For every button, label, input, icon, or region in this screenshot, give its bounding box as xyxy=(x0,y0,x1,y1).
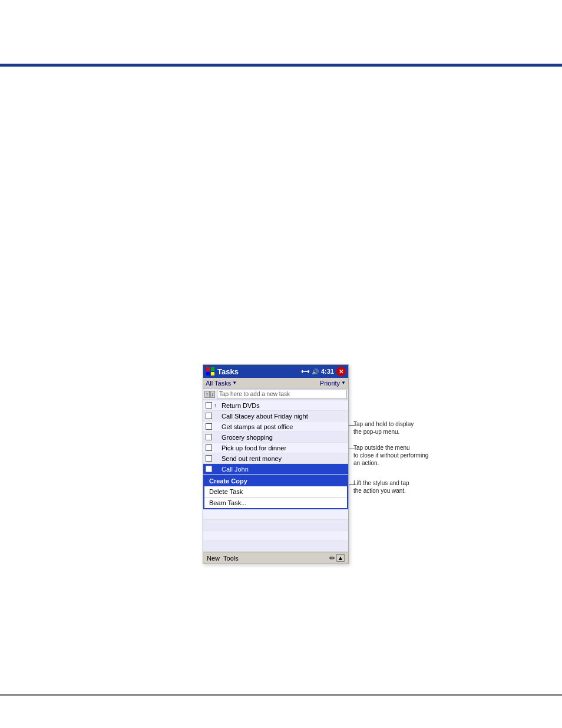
sort-desc-button[interactable]: ↓ xyxy=(210,391,216,398)
annotation-text-3: Lift the stylus and tapthe action you wa… xyxy=(353,479,462,495)
priority-arrow: ▼ xyxy=(341,380,346,386)
top-decorative-bar xyxy=(0,64,562,67)
all-tasks-dropdown[interactable]: All Tasks ▼ xyxy=(206,380,237,387)
bottom-toolbar: New Tools ✏ ▲ xyxy=(203,552,348,564)
title-bar-icons: ⟷ 🔊 4:31 ✕ xyxy=(301,367,346,376)
task-label: Get stamps at post office xyxy=(222,423,293,430)
all-tasks-arrow: ▼ xyxy=(232,380,237,386)
edit-icon[interactable]: ✏ xyxy=(329,554,335,562)
empty-row xyxy=(203,520,348,531)
task-label: Pick up food for dinner xyxy=(222,444,286,452)
task-label: Return DVDs xyxy=(222,402,260,409)
annotation-text-1: Tap and hold to displaythe pop-up menu. xyxy=(353,420,462,436)
context-menu-beam-task[interactable]: Beam Task... xyxy=(204,498,347,508)
task-label: Grocery shopping xyxy=(222,434,273,441)
annotation-3: Lift the stylus and tapthe action you wa… xyxy=(353,479,462,495)
context-menu: Create Copy Delete Task Beam Task... xyxy=(203,475,348,509)
ann-connector-1 xyxy=(349,425,355,426)
bottom-toolbar-left: New Tools xyxy=(207,555,239,562)
task-item[interactable]: Pick up food for dinner xyxy=(203,443,348,453)
ann-connector-3 xyxy=(349,484,355,485)
windows-mobile-logo xyxy=(206,367,215,376)
priority-icon: ! xyxy=(214,403,219,409)
task-item[interactable]: Call Stacey about Friday night xyxy=(203,411,348,421)
sort-asc-button[interactable]: ↑ xyxy=(204,391,210,398)
task-item-selected[interactable]: Call John xyxy=(203,464,348,475)
time-display: 4:31 xyxy=(321,368,334,375)
context-menu-delete-task[interactable]: Delete Task xyxy=(204,486,347,498)
empty-rows xyxy=(203,509,348,552)
close-button[interactable]: ✕ xyxy=(336,367,346,376)
task-checkbox[interactable] xyxy=(206,423,212,430)
sort-icons: ↑ ↓ xyxy=(204,391,215,398)
ann-connector-2 xyxy=(349,449,355,449)
task-checkbox[interactable] xyxy=(206,434,212,440)
scroll-up-icon[interactable]: ▲ xyxy=(336,554,345,562)
app-title: Tasks xyxy=(217,367,301,376)
task-checkbox[interactable] xyxy=(206,444,212,451)
task-item[interactable]: Grocery shopping xyxy=(203,432,348,443)
new-task-row: ↑ ↓ Tap here to add a new task xyxy=(203,388,348,400)
task-item[interactable]: Send out rent money xyxy=(203,453,348,464)
bottom-toolbar-right: ✏ ▲ xyxy=(329,554,345,562)
svg-rect-3 xyxy=(211,372,214,375)
task-label: Send out rent money xyxy=(222,455,282,462)
svg-rect-1 xyxy=(211,367,214,371)
task-label: Call Stacey about Friday night xyxy=(222,413,308,420)
pda-device: Tasks ⟷ 🔊 4:31 ✕ All Tasks ▼ Priority ▼ … xyxy=(203,364,349,564)
svg-rect-2 xyxy=(206,372,210,375)
new-task-input[interactable]: Tap here to add a new task xyxy=(217,390,347,399)
task-checkbox[interactable] xyxy=(206,455,212,462)
context-menu-create-copy[interactable]: Create Copy xyxy=(204,476,347,486)
empty-row xyxy=(203,541,348,552)
connectivity-icon: ⟷ xyxy=(301,368,309,375)
task-list: ! Return DVDs Call Stacey about Friday n… xyxy=(203,400,348,475)
annotation-1: Tap and hold to displaythe pop-up menu. xyxy=(353,420,462,436)
bottom-decorative-bar xyxy=(0,694,562,696)
title-bar: Tasks ⟷ 🔊 4:31 ✕ xyxy=(203,365,348,378)
volume-icon: 🔊 xyxy=(312,368,319,375)
priority-label: Priority xyxy=(320,380,340,387)
task-checkbox[interactable] xyxy=(206,413,212,419)
task-checkbox[interactable] xyxy=(206,402,212,409)
annotation-text-2: Tap outside the menuto close it without … xyxy=(353,444,462,467)
priority-dropdown[interactable]: Priority ▼ xyxy=(320,380,346,387)
annotation-2: Tap outside the menuto close it without … xyxy=(353,444,462,467)
new-task-placeholder: Tap here to add a new task xyxy=(219,391,290,397)
tools-button[interactable]: Tools xyxy=(223,555,239,562)
empty-row xyxy=(203,531,348,541)
task-label: Call John xyxy=(222,466,249,473)
empty-row xyxy=(203,509,348,520)
tasks-toolbar: All Tasks ▼ Priority ▼ xyxy=(203,378,348,388)
task-item[interactable]: ! Return DVDs xyxy=(203,400,348,411)
new-button[interactable]: New xyxy=(207,555,220,562)
all-tasks-label: All Tasks xyxy=(206,380,231,387)
task-item[interactable]: Get stamps at post office xyxy=(203,421,348,432)
task-checkbox[interactable] xyxy=(206,466,212,472)
svg-rect-0 xyxy=(206,367,210,371)
